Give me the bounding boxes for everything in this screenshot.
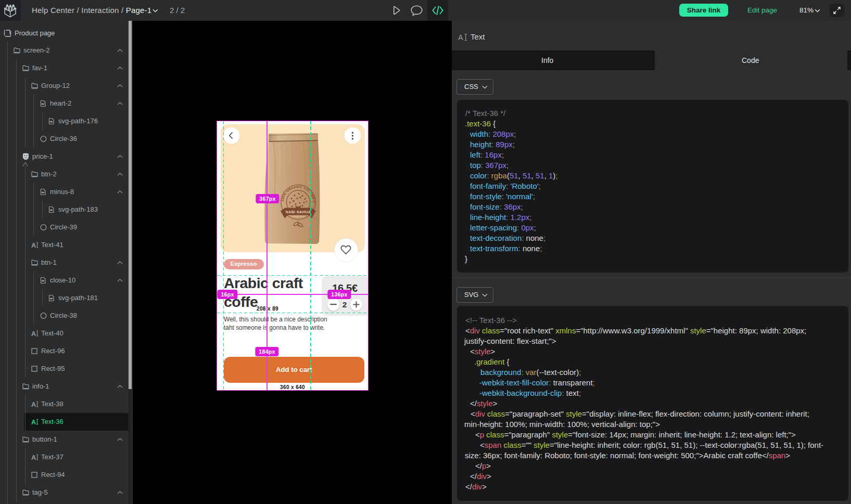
svg-text:A: A (31, 401, 36, 408)
svg-text:A: A (31, 330, 36, 337)
svg-text:A: A (458, 33, 463, 41)
svg-text:A: A (31, 242, 36, 249)
svg-text:NABI NAHUA: NABI NAHUA (285, 210, 310, 214)
svg-text:A: A (31, 419, 36, 425)
svg-text:COFFEE GROW: COFFEE GROW (291, 216, 305, 218)
svg-text:A: A (31, 454, 36, 461)
